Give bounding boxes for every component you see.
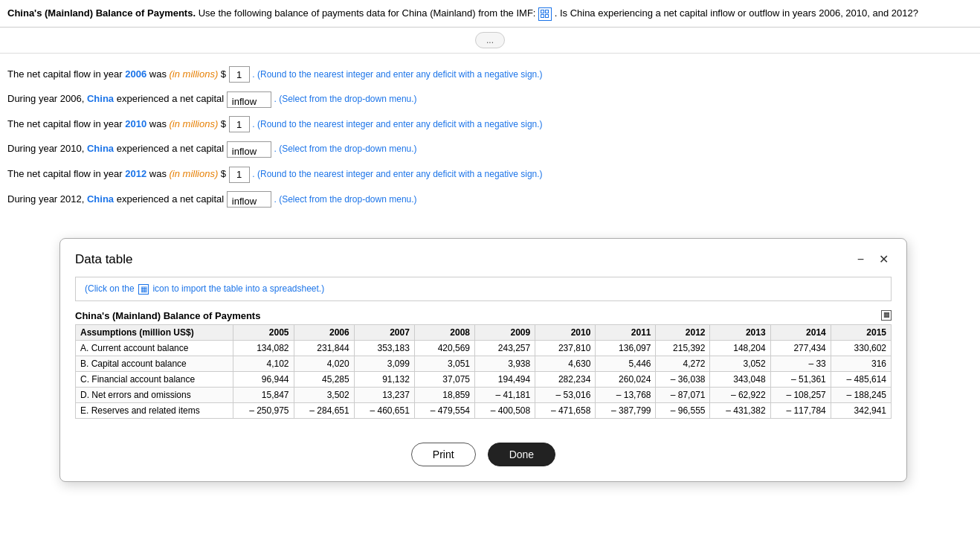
cell-label: C. Financial account balance xyxy=(76,371,233,387)
q1-inflow-select[interactable]: inflow xyxy=(227,91,271,108)
main-content: The net capital flow in year 2006 was (i… xyxy=(0,57,980,223)
cell-value: 91,132 xyxy=(354,371,414,387)
cell-value: 134,082 xyxy=(233,340,294,356)
print-button[interactable]: Print xyxy=(411,443,476,466)
q1-value-input[interactable] xyxy=(229,66,250,83)
col-header-2012: 2012 xyxy=(656,324,710,340)
cell-value: – 479,554 xyxy=(414,402,474,418)
q3-value-input[interactable] xyxy=(229,167,250,183)
q1-dropdown-line: During year 2006, China experienced a ne… xyxy=(7,90,973,108)
cell-value: 330,602 xyxy=(831,340,891,356)
cell-value: 5,446 xyxy=(596,356,656,371)
cell-label: B. Capital account balance xyxy=(76,356,233,371)
table-row: A. Current account balance134,082231,844… xyxy=(76,340,892,356)
cell-value: – 36,038 xyxy=(656,371,710,387)
q3-hint: . (Round to the nearest integer and ente… xyxy=(252,169,542,179)
cell-value: 316 xyxy=(831,356,891,371)
q1-pre-text: The net capital flow in year 2006 was (i… xyxy=(7,68,226,80)
cell-value: 231,844 xyxy=(294,340,354,356)
table-row: B. Capital account balance4,1024,0203,09… xyxy=(76,356,892,371)
cell-value: – 387,799 xyxy=(596,402,656,418)
q2-value-input[interactable] xyxy=(229,116,250,132)
cell-value: 277,434 xyxy=(770,340,831,356)
cell-value: 15,847 xyxy=(233,387,294,402)
svg-rect-2 xyxy=(541,14,544,17)
cell-value: – 108,257 xyxy=(770,387,831,402)
cell-value: 37,075 xyxy=(414,371,474,387)
cell-value: – 117,784 xyxy=(770,402,831,418)
cell-value: 353,183 xyxy=(354,340,414,356)
q3-value-line: The net capital flow in year 2012 was (i… xyxy=(7,165,973,183)
q3-dropdown-hint: . (Select from the drop-down menu.) xyxy=(274,194,416,205)
cell-value: 343,048 xyxy=(710,371,770,387)
cell-value: 3,502 xyxy=(294,387,354,402)
table-header-row: Assumptions (million US$) 2005 2006 2007… xyxy=(76,324,892,340)
col-header-2007: 2007 xyxy=(354,324,414,340)
col-header-2011: 2011 xyxy=(596,324,656,340)
modal-body: (Click on the ▦ icon to import the table… xyxy=(60,274,906,431)
done-button[interactable]: Done xyxy=(488,443,555,466)
cell-value: 243,257 xyxy=(475,340,535,356)
cell-value: 282,234 xyxy=(535,371,596,387)
export-spreadsheet-icon[interactable]: ▦ xyxy=(881,310,892,321)
col-header-2006: 2006 xyxy=(294,324,354,340)
cell-value: 3,099 xyxy=(354,356,414,371)
col-header-2014: 2014 xyxy=(770,324,831,340)
page-title-rest: Use the following balance of payments da… xyxy=(199,7,538,19)
cell-value: 3,052 xyxy=(710,356,770,371)
cell-value: – 431,382 xyxy=(710,402,770,418)
q3-inflow-select[interactable]: inflow xyxy=(227,191,271,208)
svg-rect-0 xyxy=(541,10,544,13)
minimize-button[interactable]: − xyxy=(854,251,867,268)
q3-pre-text: The net capital flow in year 2012 was (i… xyxy=(7,168,226,179)
modal-footer: Print Done xyxy=(60,431,906,466)
import-note-text2: icon to import the table into a spreadsh… xyxy=(152,283,324,294)
cell-value: – 460,651 xyxy=(354,402,414,418)
col-header-2008: 2008 xyxy=(414,324,474,340)
cell-value: – 53,016 xyxy=(535,387,596,402)
cell-value: 148,204 xyxy=(710,340,770,356)
cell-value: 4,630 xyxy=(535,356,596,371)
spreadsheet-import-icon[interactable]: ▦ xyxy=(138,284,149,295)
data-table-modal: Data table − ✕ (Click on the ▦ icon to i… xyxy=(59,238,907,482)
modal-header: Data table − ✕ xyxy=(60,239,906,274)
q1-dropdown-hint: . (Select from the drop-down menu.) xyxy=(274,94,416,104)
imf-grid-icon[interactable] xyxy=(538,7,552,21)
cell-value: – 87,071 xyxy=(656,387,710,402)
cell-value: 45,285 xyxy=(294,371,354,387)
col-header-2005: 2005 xyxy=(233,324,294,340)
cell-value: 4,020 xyxy=(294,356,354,371)
cell-value: 3,051 xyxy=(414,356,474,371)
q1-dropdown-pre: During year 2006, China experienced a ne… xyxy=(7,93,224,104)
cell-value: – 13,768 xyxy=(596,387,656,402)
cell-label: D. Net errors and omissions xyxy=(76,387,233,402)
q2-hint: . (Round to the nearest integer and ente… xyxy=(252,119,542,129)
import-note: (Click on the ▦ icon to import the table… xyxy=(75,277,892,301)
q3-dropdown-pre: During year 2012, China experienced a ne… xyxy=(7,193,224,205)
q2-value-line: The net capital flow in year 2010 was (i… xyxy=(7,115,973,133)
cell-label: E. Reserves and related items xyxy=(76,402,233,418)
table-row: C. Financial account balance96,94445,285… xyxy=(76,371,892,387)
cell-value: 96,944 xyxy=(233,371,294,387)
expand-button[interactable]: ... xyxy=(475,32,505,48)
close-button[interactable]: ✕ xyxy=(876,251,892,268)
modal-controls: − ✕ xyxy=(854,251,892,268)
table-row: D. Net errors and omissions15,8473,50213… xyxy=(76,387,892,402)
cell-value: 3,938 xyxy=(475,356,535,371)
cell-value: – 250,975 xyxy=(233,402,294,418)
cell-value: 215,392 xyxy=(656,340,710,356)
page-title-bold: China's (Mainland) Balance of Payments. xyxy=(7,7,196,19)
col-header-2013: 2013 xyxy=(710,324,770,340)
cell-value: – 41,181 xyxy=(475,387,535,402)
q2-dropdown-pre: During year 2010, China experienced a ne… xyxy=(7,143,224,154)
table-title: China's (Mainland) Balance of Payments xyxy=(75,310,260,321)
cell-value: – 284,651 xyxy=(294,402,354,418)
table-header: China's (Mainland) Balance of Payments ▦ xyxy=(75,310,892,321)
cell-value: – 471,658 xyxy=(535,402,596,418)
cell-value: 237,810 xyxy=(535,340,596,356)
cell-value: – 400,508 xyxy=(475,402,535,418)
cell-value: 136,097 xyxy=(596,340,656,356)
q3-dropdown-line: During year 2012, China experienced a ne… xyxy=(7,190,973,208)
q2-inflow-select[interactable]: inflow xyxy=(227,141,271,158)
q1-value-line: The net capital flow in year 2006 was (i… xyxy=(7,65,973,83)
